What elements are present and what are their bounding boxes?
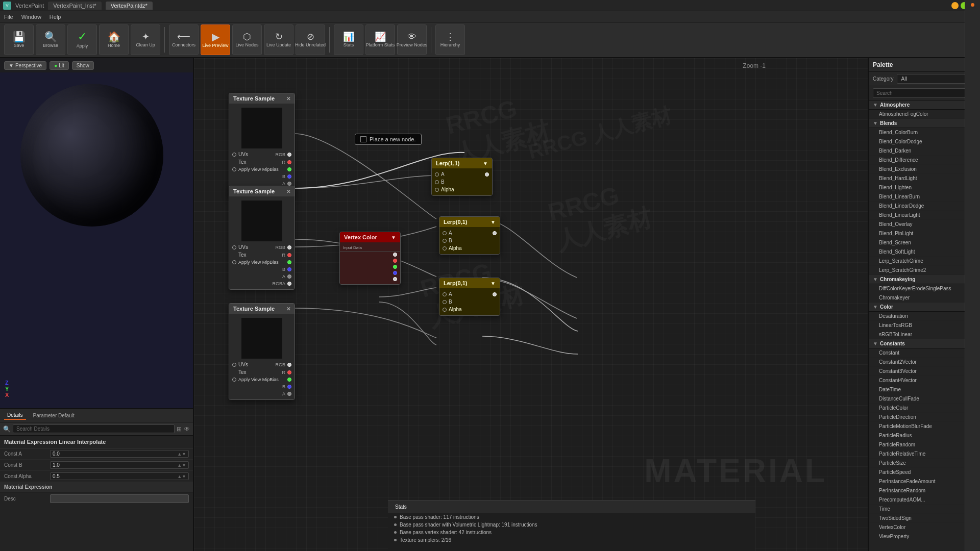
tab-vertexpaint-inst[interactable]: VertexPaint_Inst*: [48, 2, 101, 10]
palette-search-input[interactable]: [873, 88, 976, 98]
palette-item-lineartosrgb[interactable]: LinearTosRGB: [869, 321, 980, 330]
stats-button[interactable]: 📊 Stats: [334, 24, 363, 55]
palette-item-twosidedsign[interactable]: TwoSidedSign: [869, 514, 980, 523]
previewnodes-button[interactable]: 👁 Preview Nodes: [397, 24, 427, 55]
texture-sample-node-3[interactable]: Texture Sample ✕ UVs RGB Tex R: [229, 303, 295, 400]
palette-item-time[interactable]: Time: [869, 505, 980, 514]
palette-item-vertexcolor[interactable]: VertexColor: [869, 523, 980, 532]
palette-item-perinstancerandom[interactable]: PerInstanceRandom: [869, 486, 980, 495]
vertex-color-node[interactable]: Vertex Color ▼ Input Data: [339, 232, 401, 285]
palette-item-diffcolor[interactable]: DiffColorKeyerErodeSinglePass: [869, 284, 980, 293]
menu-help[interactable]: Help: [50, 14, 61, 20]
parameter-default-tab[interactable]: Parameter Default: [30, 412, 78, 419]
liveupdate-button[interactable]: ↻ Live Update: [264, 24, 293, 55]
palette-item-desaturation[interactable]: Desaturation: [869, 312, 980, 321]
palette-item-particlespeed[interactable]: ParticleSpeed: [869, 468, 980, 477]
close-icon[interactable]: ✕: [286, 96, 290, 102]
home-button[interactable]: 🏠 Home: [99, 24, 129, 55]
palette-item-linearlight[interactable]: Blend_LinearLight: [869, 211, 980, 220]
connectors-button[interactable]: ⟵ Connectors: [169, 24, 199, 55]
apply-button[interactable]: ✓ Apply: [67, 24, 97, 55]
palette-item-atmosphericfogcolor[interactable]: AtmosphericFogColor: [869, 110, 980, 119]
palette-item-viewproperty[interactable]: ViewProperty: [869, 532, 980, 541]
palette-item-pinlight[interactable]: Blend_PinLight: [869, 229, 980, 238]
palette-item-perinstancefade[interactable]: PerInstanceFadeAmount: [869, 477, 980, 486]
palette-item-exclusion[interactable]: Blend_Exclusion: [869, 165, 980, 174]
palette-item-coldodge[interactable]: Blend_ColorDodge: [869, 137, 980, 146]
palette-item-datetime[interactable]: DateTime: [869, 385, 980, 394]
palette-item-difference[interactable]: Blend_Difference: [869, 156, 980, 165]
perspective-button[interactable]: ▼ Perspective: [4, 61, 46, 70]
const-b-input[interactable]: 1.0 ▲▼: [50, 461, 189, 469]
livenodes-button[interactable]: ⬡ Live Nodes: [232, 24, 262, 55]
details-grid-icon[interactable]: ⊞: [177, 425, 182, 433]
palette-item-linearburn[interactable]: Blend_LinearBurn: [869, 192, 980, 202]
palette-item-colburn[interactable]: Blend_ColorBurn: [869, 128, 980, 137]
palette-cat-color[interactable]: ▼ Color: [869, 303, 980, 312]
lerp-1-dropdown[interactable]: ▼: [483, 161, 488, 166]
palette-item-scratchgrime2[interactable]: Lerp_ScratchGrime2: [869, 266, 980, 275]
palette-item-srgbtolinear[interactable]: sRGBToLinear: [869, 330, 980, 339]
save-button[interactable]: 💾 Save: [4, 24, 34, 55]
menu-file[interactable]: File: [4, 14, 13, 20]
menu-window[interactable]: Window: [21, 14, 41, 20]
livepreview-button[interactable]: ▶ Live Preview: [201, 24, 230, 55]
palette-item-constant4v[interactable]: Constant4Vector: [869, 376, 980, 385]
show-button[interactable]: Show: [72, 61, 94, 70]
cleanup-button[interactable]: ✦ Clean Up: [131, 24, 160, 55]
palette-item-particlereltime[interactable]: ParticleRelativeTime: [869, 449, 980, 459]
palette-item-hardlight[interactable]: Blend_HardLight: [869, 174, 980, 183]
vertex-color-dropdown[interactable]: ▼: [391, 235, 396, 240]
minimize-button[interactable]: [951, 2, 959, 9]
palette-cat-chromakeying[interactable]: ▼ Chromakeying: [869, 275, 980, 284]
lerp-node-2[interactable]: Lerp(0,1) ▼ A B Alpha: [439, 216, 500, 255]
const-a-spinner[interactable]: ▲▼: [177, 452, 186, 457]
details-search-input[interactable]: [13, 424, 175, 433]
desc-input[interactable]: [50, 494, 189, 503]
const-alpha-spinner[interactable]: ▲▼: [177, 474, 186, 479]
hierarchy-button[interactable]: ⋮ Hierarchy: [435, 24, 465, 55]
palette-cat-atmosphere[interactable]: ▼ Atmosphere: [869, 101, 980, 110]
place-new-node[interactable]: Place a new node.: [355, 134, 422, 145]
viewport[interactable]: ▼ Perspective ● Lit Show Z Y X: [0, 58, 193, 408]
details-eye-icon[interactable]: 👁: [184, 425, 190, 433]
texture-sample-node-2[interactable]: Texture Sample ✕ UVs RGB Tex R: [229, 186, 295, 290]
palette-item-constant[interactable]: Constant: [869, 348, 980, 358]
palette-item-chromakeyer[interactable]: Chromakeyer: [869, 293, 980, 303]
category-select[interactable]: All: [897, 74, 976, 84]
palette-item-softlight[interactable]: Blend_SoftLight: [869, 247, 980, 257]
palette-item-scratchgrime[interactable]: Lerp_ScratchGrime: [869, 257, 980, 266]
const-a-input[interactable]: 0.0 ▲▼: [50, 450, 189, 458]
platformstats-button[interactable]: 📈 Platform Stats: [365, 24, 395, 55]
const-b-spinner[interactable]: ▲▼: [177, 463, 186, 468]
details-tab[interactable]: Details: [4, 411, 26, 420]
palette-item-overlay[interactable]: Blend_Overlay: [869, 220, 980, 229]
browse-button[interactable]: 🔍 Browse: [36, 24, 65, 55]
lerp-node-1[interactable]: Lerp(1,1) ▼ A B Alpha: [431, 158, 493, 196]
palette-item-particledir[interactable]: ParticleDirection: [869, 413, 980, 422]
const-alpha-input[interactable]: 0.5 ▲▼: [50, 472, 189, 480]
stats-tab[interactable]: Stats: [392, 503, 410, 511]
palette-cat-constants[interactable]: ▼ Constants: [869, 339, 980, 348]
palette-item-particlemotionblur[interactable]: ParticleMotionBlurFade: [869, 422, 980, 431]
palette-item-distancecull[interactable]: DistanceCullFade: [869, 394, 980, 404]
lerp-2-dropdown[interactable]: ▼: [491, 219, 496, 225]
palette-cat-blends[interactable]: ▼ Blends: [869, 119, 980, 128]
node-canvas[interactable]: Zoom -1 RRCG人人素材 RRCG人人素材 RRCG人人素材 RRCG …: [194, 58, 868, 551]
palette-item-particleradius[interactable]: ParticleRadius: [869, 431, 980, 440]
lerp-3-dropdown[interactable]: ▼: [491, 281, 496, 286]
hideunrelated-button[interactable]: ⊘ Hide Unrelated: [296, 24, 325, 55]
lit-button[interactable]: ● Lit: [50, 61, 69, 70]
texture-sample-node-1[interactable]: Texture Sample ✕ UVs RGB Tex R: [229, 93, 295, 197]
palette-item-particlesize[interactable]: ParticleSize: [869, 459, 980, 468]
palette-item-particlecolor[interactable]: ParticleColor: [869, 404, 980, 413]
palette-item-lighten[interactable]: Blend_Lighten: [869, 183, 980, 192]
node-editor[interactable]: Zoom -1 RRCG人人素材 RRCG人人素材 RRCG人人素材 RRCG …: [194, 58, 868, 551]
close-icon-3[interactable]: ✕: [286, 306, 290, 312]
palette-item-particlerandom[interactable]: ParticleRandom: [869, 440, 980, 449]
palette-item-darken[interactable]: Blend_Darken: [869, 146, 980, 156]
lerp-node-3[interactable]: Lerp(0,1) ▼ A B Alpha: [439, 278, 500, 316]
palette-item-screen[interactable]: Blend_Screen: [869, 238, 980, 247]
tab-vertexpaintdz[interactable]: VertexPaintdz*: [106, 2, 153, 10]
palette-item-lineardodge[interactable]: Blend_LinearDodge: [869, 202, 980, 211]
